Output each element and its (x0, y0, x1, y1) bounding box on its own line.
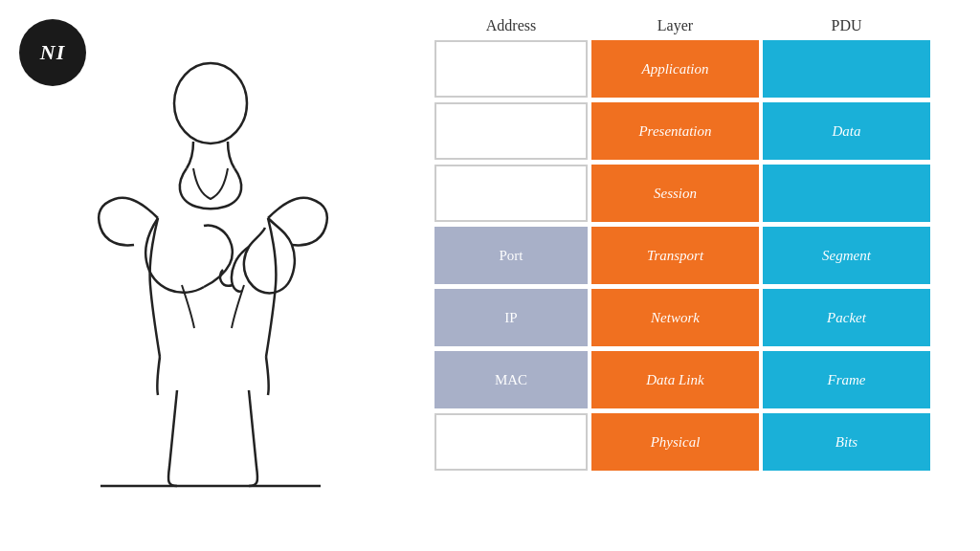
address-cell (434, 165, 588, 222)
osi-table: Address Layer PDU Application Presentati… (434, 17, 970, 475)
pdu-cell: Bits (763, 413, 930, 471)
layer-cell: Physical (591, 413, 759, 471)
table-row: Session (434, 165, 970, 222)
table-row: Port Transport Segment (434, 227, 970, 284)
address-cell (434, 102, 588, 160)
pdu-cell: Frame (763, 351, 930, 408)
thinking-figure-icon (43, 27, 368, 524)
table-row: IP Network Packet (434, 289, 970, 346)
pdu-cell (763, 40, 930, 98)
layer-cell: Transport (591, 227, 759, 284)
table-headers: Address Layer PDU (434, 17, 970, 34)
header-address: Address (434, 17, 588, 34)
table-row: Physical Bits (434, 413, 970, 471)
address-cell (434, 413, 588, 471)
pdu-cell: Segment (763, 227, 930, 284)
layer-cell: Presentation (591, 102, 759, 160)
address-cell: IP (434, 289, 588, 346)
header-pdu: PDU (763, 17, 930, 34)
figure-area (0, 0, 412, 551)
address-cell: Port (434, 227, 588, 284)
layer-cell: Network (591, 289, 759, 346)
pdu-cell: Packet (763, 289, 930, 346)
header-layer: Layer (591, 17, 759, 34)
table-row: Application (434, 40, 970, 98)
svg-point-0 (174, 63, 247, 143)
table-row: Presentation Data (434, 102, 970, 160)
pdu-cell (763, 165, 930, 222)
layer-cell: Application (591, 40, 759, 98)
layer-cell: Session (591, 165, 759, 222)
table-row: MAC Data Link Frame (434, 351, 970, 408)
address-cell (434, 40, 588, 98)
osi-rows-container: Application Presentation Data Session Po… (434, 40, 970, 471)
layer-cell: Data Link (591, 351, 759, 408)
address-cell: MAC (434, 351, 588, 408)
pdu-cell: Data (763, 102, 930, 160)
